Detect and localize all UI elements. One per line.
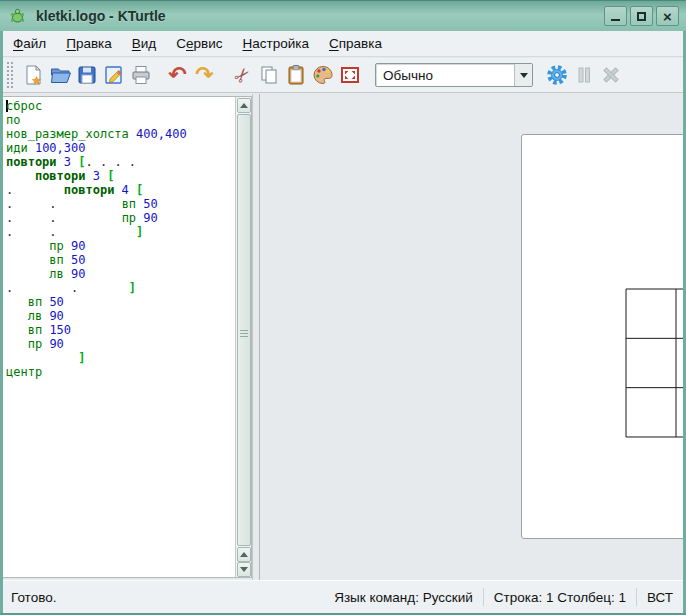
code-line: по (6, 113, 235, 127)
toolbar: ↶↷✂ Обычно (3, 58, 683, 93)
run-button[interactable] (543, 62, 570, 89)
code-line: повтори 3 [. . . . (6, 155, 235, 169)
menu-help[interactable]: Справка (319, 33, 392, 54)
print-button[interactable] (127, 62, 154, 89)
scroll-up-icon[interactable] (237, 547, 251, 562)
code-line: пр 90 (6, 337, 235, 351)
status-language: Язык команд: Русский (324, 590, 483, 605)
redo-button[interactable]: ↷ (191, 62, 218, 89)
turtle-icon (9, 8, 26, 25)
palette-icon (312, 64, 334, 86)
run-gear-icon (546, 64, 568, 86)
code-line: вп 50 (6, 253, 235, 267)
stop-icon (600, 64, 622, 86)
chevron-down-icon (514, 64, 532, 86)
copy-icon (258, 64, 280, 86)
scrollbar-thumb[interactable] (237, 114, 251, 546)
pause-button (570, 62, 597, 89)
paste-button[interactable] (282, 62, 309, 89)
menu-tools[interactable]: Сервис (166, 33, 232, 54)
undo-icon: ↶ (168, 64, 186, 86)
code-line: вп 150 (6, 323, 235, 337)
edit-button[interactable] (100, 62, 127, 89)
scroll-up-icon[interactable] (237, 98, 251, 113)
code-line: ] (6, 351, 235, 365)
menu-edit[interactable]: Правка (56, 33, 122, 54)
code-line: сброс (6, 99, 235, 113)
main-area: сброспонов_размер_холста 400,400иди 100,… (3, 94, 683, 580)
speed-select-value: Обычно (376, 68, 514, 83)
redo-icon: ↷ (195, 64, 213, 86)
code-line: . . вп 50 (6, 197, 235, 211)
canvas-panel (260, 94, 683, 580)
kturtle-window: kletki.logo - KTurtle × ФайлПравкаВидСер… (0, 0, 686, 615)
save-icon (76, 64, 98, 86)
splitter-handle[interactable] (252, 94, 260, 580)
cut-icon: ✂ (234, 64, 250, 86)
scroll-down-icon[interactable] (237, 562, 251, 577)
menu-view[interactable]: Вид (122, 33, 166, 54)
code-line: лв 90 (6, 267, 235, 281)
save-button[interactable] (73, 62, 100, 89)
status-cursor-position: Строка: 1 Столбец: 1 (484, 590, 636, 605)
undo-button[interactable]: ↶ (164, 62, 191, 89)
colors-button[interactable] (309, 62, 336, 89)
fullscreen-icon (339, 64, 361, 86)
close-button[interactable]: × (656, 6, 679, 26)
code-line: нов_размер_холста 400,400 (6, 127, 235, 141)
code-line: вп 50 (6, 295, 235, 309)
code-line: повтори 3 [ (6, 169, 235, 183)
statusbar: Готово. Язык команд: Русский Строка: 1 С… (3, 580, 683, 613)
window-border-left (0, 31, 3, 613)
code-line: . . пр 90 (6, 211, 235, 225)
stop-button (597, 62, 624, 89)
menu-settings[interactable]: Настройка (233, 33, 319, 54)
fullscreen-button[interactable] (336, 62, 363, 89)
maximize-button[interactable] (630, 6, 653, 26)
pause-icon (573, 64, 595, 86)
new-file-button[interactable] (19, 62, 46, 89)
code-line: . . ] (6, 281, 235, 295)
editor-scrollbar[interactable] (235, 97, 251, 577)
turtle-canvas (521, 134, 686, 539)
code-line: . повтори 4 [ (6, 183, 235, 197)
open-button[interactable] (46, 62, 73, 89)
status-insert-mode: ВСТ (637, 590, 683, 605)
new-file-icon (22, 64, 44, 86)
window-title: kletki.logo - KTurtle (36, 8, 166, 24)
menubar: ФайлПравкаВидСервисНастройкаСправка (3, 31, 683, 57)
menu-file[interactable]: Файл (3, 33, 56, 54)
minimize-button[interactable] (604, 6, 627, 26)
print-icon (130, 64, 152, 86)
code-line: . . ] (6, 225, 235, 239)
cut-button[interactable]: ✂ (228, 62, 255, 89)
copy-button[interactable] (255, 62, 282, 89)
speed-select[interactable]: Обычно (375, 63, 533, 87)
code-line: пр 90 (6, 239, 235, 253)
titlebar-buttons: × (604, 6, 679, 26)
status-message: Готово. (3, 590, 66, 605)
open-folder-icon (49, 64, 71, 86)
toolbar-drag-handle[interactable] (6, 61, 13, 89)
paste-icon (285, 64, 307, 86)
code-editor[interactable]: сброспонов_размер_холста 400,400иди 100,… (3, 96, 252, 578)
code-area[interactable]: сброспонов_размер_холста 400,400иди 100,… (3, 97, 235, 577)
titlebar[interactable]: kletki.logo - KTurtle × (0, 1, 686, 31)
code-line: лв 90 (6, 309, 235, 323)
edit-icon (103, 64, 125, 86)
code-line: иди 100,300 (6, 141, 235, 155)
code-line: центр (6, 365, 235, 379)
